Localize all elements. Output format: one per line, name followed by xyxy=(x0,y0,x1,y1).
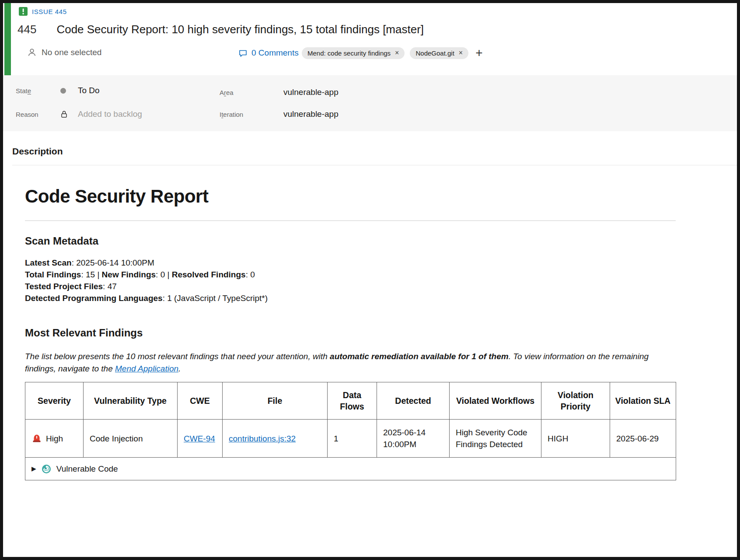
comments-count-label: 0 Comments xyxy=(251,48,299,58)
latest-scan-line: Latest Scan: 2025-06-14 10:00PM xyxy=(25,257,676,269)
violation-priority-cell: HIGH xyxy=(541,420,610,458)
vulnerable-code-expander[interactable]: ▶ Vulnerable Code xyxy=(31,463,670,475)
state-label: State xyxy=(16,87,60,94)
tested-files-line: Tested Project Files: 47 xyxy=(25,280,676,292)
findings-counts-line: Total Findings: 15 | New Findings: 0 | R… xyxy=(25,269,676,280)
cwe-link[interactable]: CWE-94 xyxy=(184,434,215,443)
col-violated-workflows: Violated Workflows xyxy=(450,382,541,420)
state-value[interactable]: To Do xyxy=(78,86,100,95)
state-field: State To Do xyxy=(16,86,100,95)
vulnerable-code-row: ▶ Vulnerable Code xyxy=(25,458,676,480)
assignee-picker[interactable]: No one selected xyxy=(27,48,101,57)
add-tag-button[interactable]: + xyxy=(474,47,484,59)
state-todo-dot-icon xyxy=(60,88,66,94)
code-security-report: Code Security Report Scan Metadata Lates… xyxy=(25,186,676,480)
findings-table: Severity Vulnerability Type CWE File Dat… xyxy=(25,382,676,480)
tag-label: Mend: code security findings xyxy=(307,49,391,57)
most-relevant-findings-heading: Most Relevant Findings xyxy=(25,327,676,339)
scan-metadata-heading: Scan Metadata xyxy=(25,235,676,247)
tag-mend-code-security-findings[interactable]: Mend: code security findings × xyxy=(302,47,405,59)
description-section-title: Description xyxy=(12,146,737,157)
person-icon xyxy=(27,48,37,57)
reason-value: Added to backlog xyxy=(78,109,142,119)
col-violation-priority: Violation Priority xyxy=(541,382,610,420)
comments-link[interactable]: 0 Comments xyxy=(238,48,299,58)
work-item-type-row: ISSUE 445 xyxy=(3,3,737,16)
reason-label: Reason xyxy=(16,111,60,118)
tag-label: NodeGoat.git xyxy=(415,49,454,57)
reason-icon-container xyxy=(60,110,78,118)
tag-list: Mend: code security findings × NodeGoat.… xyxy=(302,47,485,59)
reason-field: Reason Added to backlog xyxy=(16,109,142,119)
col-violation-sla: Violation SLA xyxy=(610,382,676,420)
area-field: Area vulnerable-app xyxy=(220,88,339,97)
work-item-header: ISSUE 445 445 Code Security Report: 10 h… xyxy=(3,3,737,75)
assignee-placeholder: No one selected xyxy=(42,48,101,57)
lock-icon xyxy=(60,110,68,118)
col-vulnerability-type: Vulnerability Type xyxy=(84,382,178,420)
detected-languages-line: Detected Programming Languages: 1 (JavaS… xyxy=(25,292,676,304)
iteration-label: Iteration xyxy=(220,111,283,118)
description-divider xyxy=(12,165,737,165)
severity-cell: High xyxy=(25,420,84,458)
detected-cell: 2025-06-14 10:00PM xyxy=(377,420,450,458)
vulnerable-code-cell: ▶ Vulnerable Code xyxy=(25,458,676,480)
issue-accent-bar xyxy=(4,3,11,75)
header-controls-row: No one selected 0 Comments Mend: code se… xyxy=(3,48,737,63)
cwe-cell: CWE-94 xyxy=(178,420,223,458)
data-flows-cell: 1 xyxy=(328,420,377,458)
tag-nodegoat-git[interactable]: NodeGoat.git × xyxy=(410,47,468,59)
remove-tag-icon[interactable]: × xyxy=(459,49,463,56)
cyclone-icon xyxy=(41,464,52,474)
report-title: Code Security Report xyxy=(25,186,676,207)
mend-application-link[interactable]: Mend Application xyxy=(115,364,178,373)
iteration-value[interactable]: vulnerable-app xyxy=(283,109,339,119)
table-header-row: Severity Vulnerability Type CWE File Dat… xyxy=(25,382,676,420)
iteration-field: Iteration vulnerable-app xyxy=(220,109,339,119)
col-severity: Severity xyxy=(25,382,84,420)
state-dot-container xyxy=(60,88,78,94)
report-divider xyxy=(25,220,676,221)
finding-row: High Code Injection CWE-94 contributions… xyxy=(25,420,676,458)
area-value[interactable]: vulnerable-app xyxy=(283,88,339,97)
expander-triangle-icon: ▶ xyxy=(31,463,36,475)
area-label: Area xyxy=(220,89,283,96)
file-link[interactable]: contributions.js:32 xyxy=(229,434,296,443)
work-item-id: 445 xyxy=(17,23,36,36)
issue-type-icon xyxy=(19,7,28,16)
title-row: 445 Code Security Report: 10 high severi… xyxy=(17,23,737,36)
work-item-fields: State To Do Reason Added to backlog Area… xyxy=(3,75,737,131)
comment-bubble-icon xyxy=(238,49,248,58)
col-data-flows: Data Flows xyxy=(328,382,377,420)
violation-sla-cell: 2025-06-29 xyxy=(610,420,676,458)
col-detected: Detected xyxy=(377,382,450,420)
vulnerable-code-details: ▶ Vulnerable Code xyxy=(31,463,670,475)
scan-metadata-details: Latest Scan: 2025-06-14 10:00PM Total Fi… xyxy=(25,257,676,304)
violated-workflows-cell: High Severity Code Findings Detected xyxy=(450,420,541,458)
findings-intro-paragraph: The list below presents the 10 most rele… xyxy=(25,350,669,375)
siren-icon xyxy=(31,433,42,444)
vulnerable-code-label: Vulnerable Code xyxy=(56,463,118,475)
work-item-type-link[interactable]: ISSUE 445 xyxy=(32,8,67,15)
description-section: Description Code Security Report Scan Me… xyxy=(3,131,737,480)
work-item-title-field[interactable]: Code Security Report: 10 high severity f… xyxy=(56,23,424,36)
col-file: File xyxy=(223,382,328,420)
severity-value: High xyxy=(46,433,63,444)
remove-tag-icon[interactable]: × xyxy=(395,49,399,56)
col-cwe: CWE xyxy=(178,382,223,420)
work-item-page: ISSUE 445 445 Code Security Report: 10 h… xyxy=(0,0,740,560)
vulnerability-type-cell: Code Injection xyxy=(84,420,178,458)
file-cell: contributions.js:32 xyxy=(223,420,328,458)
